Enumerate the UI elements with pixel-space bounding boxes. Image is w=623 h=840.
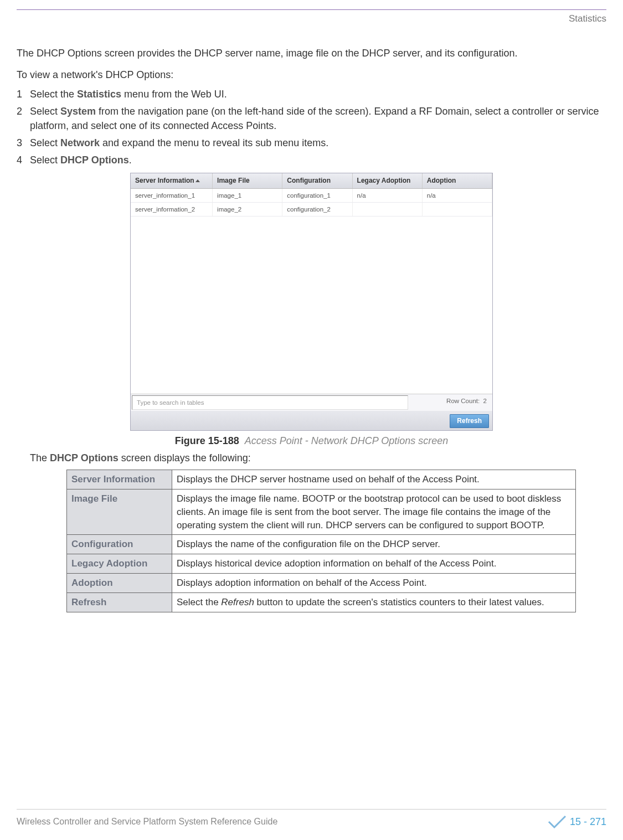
cell-image: image_2 bbox=[213, 203, 282, 216]
step-bold: Network bbox=[60, 137, 100, 148]
step-4: 4 Select DHCP Options. bbox=[17, 153, 606, 167]
cell-image: image_1 bbox=[213, 189, 282, 202]
desc-key: Adoption bbox=[67, 573, 172, 592]
figure-caption-text: Access Point - Network DHCP Options scre… bbox=[245, 435, 448, 446]
col-server-information[interactable]: Server Information bbox=[131, 173, 213, 188]
desc-val: Displays the DHCP server hostname used o… bbox=[172, 470, 576, 489]
step-number: 4 bbox=[17, 153, 30, 167]
desc-key: Refresh bbox=[67, 592, 172, 612]
description-table: Server Information Displays the DHCP ser… bbox=[66, 470, 576, 612]
refresh-button[interactable]: Refresh bbox=[450, 414, 489, 428]
table-row: Refresh Select the Refresh button to upd… bbox=[67, 592, 576, 612]
page-number: 15 - 271 bbox=[548, 815, 606, 829]
cell-server: server_information_2 bbox=[131, 203, 213, 216]
step-text-post: from the navigation pane (on the left-ha… bbox=[30, 106, 599, 131]
step-text-pre: Select bbox=[30, 154, 60, 166]
row-count: Row Count: 2 bbox=[409, 394, 492, 411]
cell-adoption bbox=[423, 203, 492, 216]
table-row: Legacy Adoption Displays historical devi… bbox=[67, 554, 576, 574]
step-3: 3 Select Network and expand the menu to … bbox=[17, 136, 606, 150]
step-bold: System bbox=[60, 106, 96, 117]
figure-screenshot: Server Information Image File Configurat… bbox=[130, 173, 493, 431]
step-text-pre: Select the bbox=[30, 89, 77, 100]
page-footer: Wireless Controller and Service Platform… bbox=[17, 809, 606, 829]
step-bold: Statistics bbox=[77, 89, 121, 100]
desc-val: Displays historical device adoption info… bbox=[172, 554, 576, 574]
step-text-post: and expand the menu to reveal its sub me… bbox=[100, 137, 328, 148]
cell-config: configuration_1 bbox=[282, 189, 352, 202]
cell-legacy: n/a bbox=[353, 189, 423, 202]
checkmark-icon bbox=[548, 815, 567, 828]
desc-val: Displays the name of the configuration f… bbox=[172, 535, 576, 554]
desc-key: Configuration bbox=[67, 535, 172, 554]
col-legacy-adoption[interactable]: Legacy Adoption bbox=[353, 173, 423, 188]
step-text-pre: Select bbox=[30, 137, 60, 148]
desc-key: Legacy Adoption bbox=[67, 554, 172, 574]
step-text-post: . bbox=[129, 154, 132, 166]
step-text-post: menu from the Web UI. bbox=[121, 89, 227, 100]
desc-val: Select the Refresh button to update the … bbox=[172, 592, 576, 612]
figure-caption: Figure 15-188 Access Point - Network DHC… bbox=[17, 434, 606, 448]
cell-adoption: n/a bbox=[423, 189, 492, 202]
desc-key: Server Information bbox=[67, 470, 172, 489]
col-image-file[interactable]: Image File bbox=[213, 173, 282, 188]
table-row: Adoption Displays adoption information o… bbox=[67, 573, 576, 592]
desc-key: Image File bbox=[67, 489, 172, 534]
table-row: Image File Displays the image file name.… bbox=[67, 489, 576, 534]
search-input[interactable]: Type to search in tables bbox=[132, 395, 408, 410]
table-row[interactable]: server_information_2 image_2 configurati… bbox=[131, 203, 492, 217]
intro-paragraph: The DHCP Options screen provides the DHC… bbox=[17, 47, 606, 60]
col-adoption[interactable]: Adoption bbox=[423, 173, 492, 188]
figure-label: Figure 15-188 bbox=[175, 435, 239, 446]
step-2: 2 Select System from the navigation pane… bbox=[17, 105, 606, 132]
table-row: Configuration Displays the name of the c… bbox=[67, 535, 576, 554]
section-header: Statistics bbox=[17, 12, 606, 25]
cell-legacy bbox=[353, 203, 423, 216]
table-intro: The DHCP Options screen displays the fol… bbox=[30, 451, 606, 465]
sub-intro: To view a network's DHCP Options: bbox=[17, 68, 606, 82]
step-number: 3 bbox=[17, 136, 30, 150]
cell-config: configuration_2 bbox=[282, 203, 352, 216]
step-1: 1 Select the Statistics menu from the We… bbox=[17, 87, 606, 101]
desc-val: Displays adoption information on behalf … bbox=[172, 573, 576, 592]
cell-server: server_information_1 bbox=[131, 189, 213, 202]
col-configuration[interactable]: Configuration bbox=[282, 173, 352, 188]
table-row: Server Information Displays the DHCP ser… bbox=[67, 470, 576, 489]
figure-table-body: server_information_1 image_1 configurati… bbox=[131, 189, 492, 394]
footer-guide-title: Wireless Controller and Service Platform… bbox=[17, 816, 277, 828]
step-number: 2 bbox=[17, 105, 30, 132]
step-bold: DHCP Options bbox=[60, 154, 129, 166]
desc-val: Displays the image file name. BOOTP or t… bbox=[172, 489, 576, 534]
step-text-pre: Select bbox=[30, 106, 60, 117]
steps-list: 1 Select the Statistics menu from the We… bbox=[17, 87, 606, 167]
table-row[interactable]: server_information_1 image_1 configurati… bbox=[131, 189, 492, 203]
top-rule bbox=[17, 0, 606, 10]
figure-table-header: Server Information Image File Configurat… bbox=[131, 173, 492, 189]
step-number: 1 bbox=[17, 87, 30, 101]
